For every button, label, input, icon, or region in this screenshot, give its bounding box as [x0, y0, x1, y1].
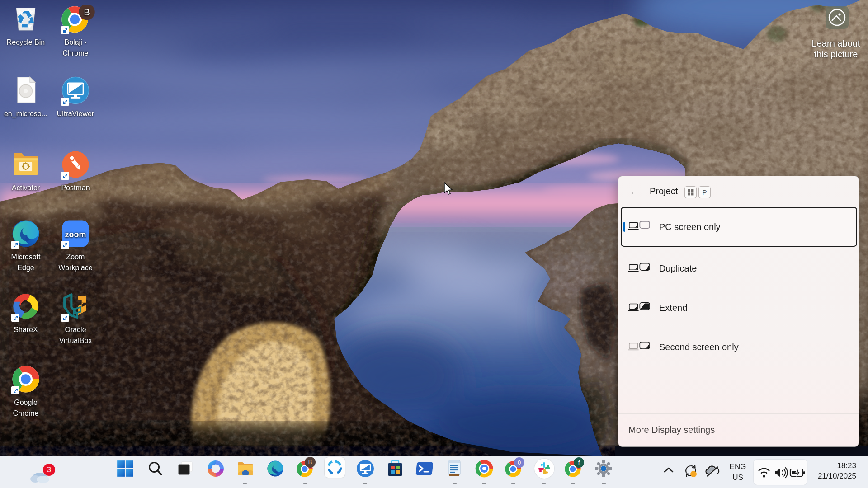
svg-text:zoom: zoom: [65, 230, 86, 239]
svg-text:B: B: [84, 7, 90, 17]
